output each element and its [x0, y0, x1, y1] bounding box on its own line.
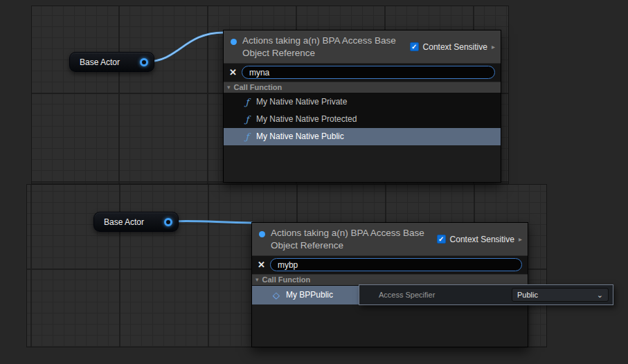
object-reference-icon: [259, 231, 265, 237]
base-actor-node-bottom[interactable]: Base Actor: [93, 212, 179, 232]
chevron-down-icon: ⌄: [597, 291, 603, 300]
menu-item-label: My BPPublic: [286, 290, 333, 300]
context-sensitive-checkbox[interactable]: ✓: [437, 235, 446, 244]
object-output-pin[interactable]: [164, 218, 172, 226]
context-sensitive-group: ✓ Context Sensitive ▸: [410, 42, 495, 52]
menu-item-label: My Native Native Public: [256, 131, 344, 141]
collapse-triangle-icon[interactable]: ▾: [227, 84, 231, 91]
clear-search-icon[interactable]: ✕: [229, 68, 237, 77]
menu-item-label: My Native Native Protected: [256, 114, 357, 124]
function-icon: ƒ: [243, 131, 251, 142]
search-input[interactable]: [242, 66, 495, 79]
function-icon: ƒ: [243, 114, 251, 125]
access-specifier-dropdown[interactable]: Public ⌄: [512, 288, 609, 302]
object-output-pin[interactable]: [140, 58, 148, 66]
context-menu-native-actions: Actions taking a(n) BPA Access Base Obje…: [223, 30, 501, 183]
search-bar: ✕: [224, 64, 501, 82]
access-specifier-tooltip: Access Specifier Public ⌄: [359, 284, 613, 305]
search-input[interactable]: [270, 258, 522, 271]
menu-empty-area: [224, 145, 501, 182]
submenu-arrow-icon[interactable]: ▸: [492, 43, 495, 51]
category-label: Call Function: [262, 275, 311, 284]
blueprint-function-icon: ◇: [271, 290, 281, 300]
category-header-call-function[interactable]: ▾ Call Function: [224, 82, 501, 93]
menu-header: Actions taking a(n) BPA Access Base Obje…: [224, 30, 501, 64]
dropdown-value: Public: [517, 291, 538, 299]
menu-title: Actions taking a(n) BPA Access Base Obje…: [242, 35, 407, 60]
menu-item-my-native-native-private[interactable]: ƒ My Native Native Private: [224, 93, 501, 111]
menu-item-my-native-native-protected[interactable]: ƒ My Native Native Protected: [224, 111, 501, 128]
collapse-triangle-icon[interactable]: ▾: [255, 276, 259, 283]
submenu-arrow-icon[interactable]: ▸: [519, 235, 522, 243]
context-sensitive-group: ✓ Context Sensitive ▸: [437, 235, 522, 244]
menu-item-my-native-native-public[interactable]: ƒ My Native Native Public: [224, 128, 501, 145]
base-actor-node-top[interactable]: Base Actor: [69, 52, 154, 72]
context-menu-blueprint-actions: Actions taking a(n) BPA Access Base Obje…: [251, 222, 528, 347]
search-bar: ✕: [252, 256, 528, 274]
function-icon: ƒ: [243, 97, 251, 107]
category-label: Call Function: [234, 83, 282, 91]
blueprint-editor-canvas: Base Actor Base Actor Actions taking a(n…: [0, 0, 628, 364]
context-sensitive-checkbox[interactable]: ✓: [410, 42, 419, 51]
context-sensitive-label: Context Sensitive: [450, 235, 514, 244]
object-reference-icon: [231, 39, 237, 45]
menu-title: Actions taking a(n) BPA Access Base Obje…: [271, 227, 436, 252]
menu-header: Actions taking a(n) BPA Access Base Obje…: [252, 223, 528, 256]
clear-search-icon[interactable]: ✕: [258, 260, 265, 269]
menu-empty-area: [252, 304, 528, 347]
node-title: Base Actor: [104, 217, 144, 227]
access-specifier-label: Access Specifier: [359, 291, 435, 299]
node-title: Base Actor: [80, 57, 120, 67]
menu-item-label: My Native Native Private: [256, 97, 347, 107]
context-sensitive-label: Context Sensitive: [423, 42, 487, 52]
